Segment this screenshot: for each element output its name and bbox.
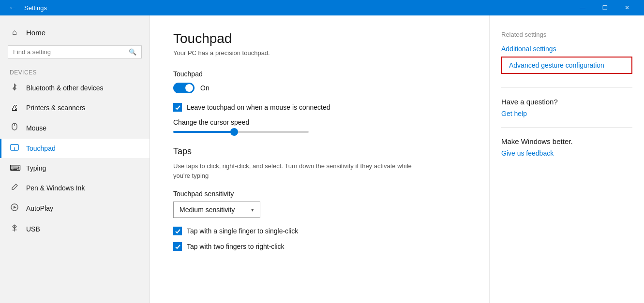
search-icon: 🔍 xyxy=(129,48,136,56)
cursor-speed-label: Change the cursor speed xyxy=(173,118,466,126)
sidebar-label-touchpad: Touchpad xyxy=(26,144,56,152)
minimize-button[interactable]: — xyxy=(571,0,594,15)
taps-title: Taps xyxy=(173,146,466,157)
back-button[interactable]: ← xyxy=(6,2,19,13)
sidebar-label-mouse: Mouse xyxy=(26,124,46,132)
sidebar-label-bluetooth: Bluetooth & other devices xyxy=(26,84,104,92)
leave-touchpad-label: Leave touchpad on when a mouse is connec… xyxy=(187,103,330,111)
sidebar-item-bluetooth[interactable]: Bluetooth & other devices xyxy=(0,78,150,98)
window-controls: — ❐ ✕ xyxy=(571,0,638,15)
sidebar-item-touchpad[interactable]: Touchpad xyxy=(0,139,150,158)
search-input[interactable] xyxy=(13,48,129,56)
tap-two-label: Tap with two fingers to right-click xyxy=(187,243,285,250)
pen-icon xyxy=(10,183,19,193)
cursor-speed-section: Change the cursor speed xyxy=(173,118,466,133)
touchpad-toggle[interactable] xyxy=(173,83,195,93)
sidebar-item-mouse[interactable]: Mouse xyxy=(0,117,150,139)
toggle-label: On xyxy=(200,84,210,92)
related-settings-title: Related settings xyxy=(501,31,632,38)
tap-single-checkbox[interactable] xyxy=(173,227,182,235)
bluetooth-icon xyxy=(10,83,19,93)
printers-icon: 🖨 xyxy=(10,103,19,112)
tap-single-row: Tap with a single finger to single-click xyxy=(173,227,466,235)
usb-icon xyxy=(10,224,19,234)
additional-settings-link[interactable]: Additional settings xyxy=(501,45,632,53)
tap-two-checkbox[interactable] xyxy=(173,242,182,251)
divider-1 xyxy=(501,87,632,88)
touchpad-icon xyxy=(10,144,19,153)
sensitivity-value: Medium sensitivity xyxy=(180,206,235,214)
taps-description: Use taps to click, right-click, and sele… xyxy=(173,161,415,180)
sidebar-item-pen[interactable]: Pen & Windows Ink xyxy=(0,178,150,198)
home-icon: ⌂ xyxy=(10,28,19,37)
home-label: Home xyxy=(26,29,45,37)
page-subtitle: Your PC has a precision touchpad. xyxy=(173,49,466,57)
main-content: Touchpad Your PC has a precision touchpa… xyxy=(150,15,489,303)
sidebar-item-typing[interactable]: ⌨ Typing xyxy=(0,158,150,178)
tap-single-label: Tap with a single finger to single-click xyxy=(187,227,298,235)
tap-two-row: Tap with two fingers to right-click xyxy=(173,242,466,251)
autoplay-icon xyxy=(10,203,19,213)
sidebar: ⌂ Home 🔍 Devices Bluetooth & other devic… xyxy=(0,15,150,303)
touchpad-toggle-row: On xyxy=(173,83,466,93)
close-button[interactable]: ✕ xyxy=(616,0,638,15)
feedback-title: Make Windows better. xyxy=(501,137,632,145)
slider-thumb[interactable] xyxy=(230,128,238,136)
title-bar: ← Settings — ❐ ✕ xyxy=(0,0,644,15)
touchpad-section-label: Touchpad xyxy=(173,70,466,78)
sidebar-item-printers[interactable]: 🖨 Printers & scanners xyxy=(0,98,150,117)
feedback-link[interactable]: Give us feedback xyxy=(501,149,632,157)
cursor-speed-slider[interactable] xyxy=(173,131,309,133)
search-box[interactable]: 🔍 xyxy=(8,45,142,58)
sidebar-label-pen: Pen & Windows Ink xyxy=(26,184,85,192)
help-title: Have a question? xyxy=(501,98,632,106)
sidebar-label-printers: Printers & scanners xyxy=(26,104,85,112)
leave-touchpad-checkbox[interactable] xyxy=(173,103,182,112)
sidebar-label-usb: USB xyxy=(26,225,40,233)
sensitivity-dropdown[interactable]: Medium sensitivity ▾ xyxy=(173,202,260,218)
advanced-gesture-link[interactable]: Advanced gesture configuration xyxy=(501,57,632,74)
sidebar-label-autoplay: AutoPlay xyxy=(26,204,53,212)
dropdown-arrow-icon: ▾ xyxy=(251,207,254,213)
sidebar-item-autoplay[interactable]: AutoPlay xyxy=(0,198,150,218)
slider-fill xyxy=(173,131,234,133)
get-help-link[interactable]: Get help xyxy=(501,110,632,117)
divider-2 xyxy=(501,127,632,128)
app-body: ⌂ Home 🔍 Devices Bluetooth & other devic… xyxy=(0,15,644,303)
maximize-button[interactable]: ❐ xyxy=(594,0,616,15)
sidebar-section-title: Devices xyxy=(0,66,150,78)
sensitivity-label: Touchpad sensitivity xyxy=(173,190,466,198)
page-title: Touchpad xyxy=(173,31,466,46)
sidebar-item-home[interactable]: ⌂ Home xyxy=(0,23,150,42)
mouse-icon xyxy=(10,123,19,133)
app-title: Settings xyxy=(24,4,47,12)
toggle-knob xyxy=(185,84,193,92)
svg-marker-5 xyxy=(14,206,16,209)
right-panel: Related settings Additional settings Adv… xyxy=(489,15,644,303)
sidebar-label-typing: Typing xyxy=(26,164,46,172)
leave-touchpad-row: Leave touchpad on when a mouse is connec… xyxy=(173,103,466,112)
sidebar-item-usb[interactable]: USB xyxy=(0,218,150,240)
typing-icon: ⌨ xyxy=(10,163,19,173)
